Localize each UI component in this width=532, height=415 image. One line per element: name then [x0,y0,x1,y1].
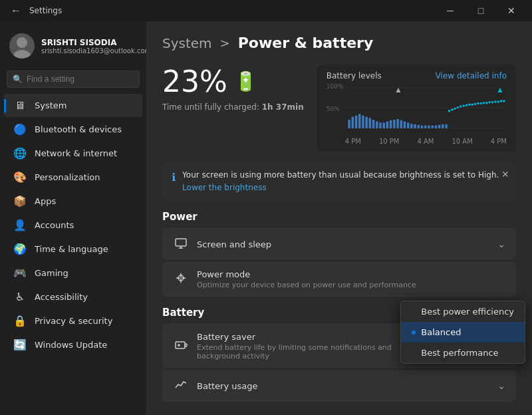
sidebar-item-accounts[interactable]: 👤 Accounts [4,213,142,237]
back-button[interactable]: ← [8,5,24,17]
power-section-title: Power [162,211,516,223]
svg-rect-40 [393,120,395,128]
svg-rect-38 [386,121,388,128]
svg-rect-51 [431,126,433,128]
svg-rect-49 [424,126,426,128]
option-best-efficiency[interactable]: Best power efficiency [401,301,525,322]
alert-link[interactable]: Lower the brightness [182,183,267,192]
option-best-performance[interactable]: Best performance [401,343,525,363]
chart-title: Battery levels [327,71,382,80]
minimize-button[interactable]: ─ [435,0,466,21]
sidebar-item-gaming[interactable]: 🎮 Gaming [4,261,142,285]
battery-time: Time until fully charged: 1h 37min [162,102,304,112]
chart-100: 100% [327,83,344,90]
sidebar-item-apps[interactable]: 📦 Apps [4,190,142,213]
svg-rect-29 [354,116,356,128]
sidebar-item-bluetooth[interactable]: 🔵 Bluetooth & devices [4,118,142,141]
close-button[interactable]: ✕ [496,0,527,21]
chart-label-3: 10 AM [452,138,472,145]
svg-point-17 [483,102,485,104]
maximize-button[interactable]: □ [466,0,496,21]
nav-icon-update: 🔄 [13,339,27,351]
nav-list: 🖥 System 🔵 Bluetooth & devices 🌐 Network… [0,93,146,357]
svg-point-1 [13,50,31,59]
svg-point-16 [479,102,481,104]
svg-point-24 [503,100,505,102]
svg-rect-27 [348,120,350,128]
svg-point-12 [468,104,470,106]
svg-rect-55 [445,124,447,128]
sidebar-item-network[interactable]: 🌐 Network & internet [4,142,142,165]
option-label-performance: Best performance [421,348,498,358]
nav-label-time: Time & language [35,244,108,254]
battery-time-value: 1h 37min [262,102,304,112]
svg-rect-41 [396,119,398,128]
chart-area: 100% 50% [327,83,507,136]
nav-icon-personalization: 🎨 [13,171,27,184]
screen-sleep-item[interactable]: Screen and sleep ⌄ [162,228,516,260]
nav-icon-network: 🌐 [13,147,27,160]
battery-saver-label: Battery saver [197,332,420,342]
svg-rect-47 [417,125,419,128]
svg-point-5 [448,110,450,112]
nav-label-personalization: Personalization [35,172,100,182]
svg-rect-52 [434,126,436,128]
breadcrumb-arrow: > [220,36,230,50]
power-mode-item[interactable]: Power mode Optimize your device based on… [162,261,516,297]
sidebar-profile[interactable]: SRISHTI SISODIA srishti.sisodia1603@outl… [0,27,146,68]
svg-rect-30 [358,114,360,128]
alert-close-button[interactable]: ✕ [501,169,509,180]
battery-usage-content: Battery usage [197,381,489,391]
search-input[interactable] [27,74,134,84]
profile-email: srishti.sisodia1603@outlook.com [41,47,151,55]
battery-usage-chevron: ⌄ [497,380,505,391]
sidebar-item-time[interactable]: 🌍 Time & language [4,237,142,261]
titlebar: ← Settings ─ □ ✕ [0,0,532,21]
chart-link[interactable]: View detailed info [436,71,507,80]
option-label-efficiency: Best power efficiency [421,307,514,317]
nav-icon-gaming: 🎮 [13,267,27,279]
screen-sleep-icon [173,236,189,252]
option-balanced[interactable]: Balanced [401,322,525,343]
avatar [9,33,35,59]
svg-rect-35 [376,121,378,128]
sidebar-item-privacy[interactable]: 🔒 Privacy & security [4,309,142,333]
search-box[interactable]: 🔍 [7,70,140,88]
battery-usage-item[interactable]: Battery usage ⌄ [162,370,516,402]
battery-time-label: Time until fully charged: [162,102,259,112]
battery-info-row: 23% 🔋 Time until fully charged: 1h 37min… [162,65,516,152]
nav-label-privacy: Privacy & security [35,316,112,326]
power-mode-dropdown: Best power efficiency Balanced Best perf… [400,301,525,364]
svg-marker-26 [497,88,502,92]
power-mode-label: Power mode [197,269,505,279]
svg-point-23 [500,100,502,102]
svg-rect-42 [400,120,402,128]
svg-rect-61 [185,344,187,346]
sidebar-item-system[interactable]: 🖥 System [4,94,142,117]
svg-marker-25 [396,88,400,92]
sidebar-item-personalization[interactable]: 🎨 Personalization [4,166,142,189]
svg-rect-33 [368,118,370,128]
svg-rect-32 [365,117,367,128]
sidebar-item-accessibility[interactable]: ♿ Accessibility [4,285,142,309]
svg-point-14 [473,103,475,105]
svg-point-6 [451,108,453,110]
svg-point-11 [465,104,467,106]
screen-sleep-content: Screen and sleep [197,239,489,249]
svg-rect-39 [390,120,392,128]
battery-chart-svg [345,83,507,133]
titlebar-left: ← Settings [8,5,62,17]
svg-rect-53 [438,125,440,128]
chart-label-2: 4 AM [417,138,434,145]
sidebar-item-update[interactable]: 🔄 Windows Update [4,333,142,356]
svg-rect-43 [403,121,405,128]
svg-point-13 [471,104,473,106]
svg-rect-36 [379,122,381,128]
svg-rect-48 [421,126,423,128]
sidebar: SRISHTI SISODIA srishti.sisodia1603@outl… [0,21,146,415]
svg-point-18 [485,102,487,104]
nav-label-bluetooth: Bluetooth & devices [35,124,122,134]
option-dot-performance [412,351,416,355]
chart-label-0: 4 PM [345,138,361,145]
chart-50: 50% [327,106,340,112]
